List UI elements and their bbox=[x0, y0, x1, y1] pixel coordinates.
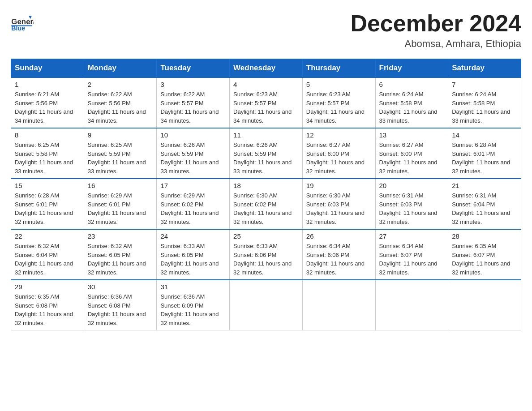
day-number: 9 bbox=[88, 131, 153, 139]
day-info: Sunrise: 6:22 AMSunset: 5:57 PMDaylight:… bbox=[160, 90, 226, 125]
day-number: 12 bbox=[306, 131, 372, 139]
calendar-day-cell: 28Sunrise: 6:35 AMSunset: 6:07 PMDayligh… bbox=[448, 229, 521, 280]
sunrise-text: Sunrise: 6:22 AM bbox=[160, 90, 226, 99]
sunset-text: Sunset: 6:04 PM bbox=[452, 200, 517, 209]
day-number: 4 bbox=[233, 81, 299, 88]
calendar-week-row: 8Sunrise: 6:25 AMSunset: 5:58 PMDaylight… bbox=[11, 128, 521, 179]
weekday-header-monday: Monday bbox=[84, 59, 157, 78]
sunset-text: Sunset: 6:02 PM bbox=[233, 200, 299, 209]
calendar-week-row: 1Sunrise: 6:21 AMSunset: 5:56 PMDaylight… bbox=[11, 77, 521, 128]
day-number: 22 bbox=[15, 232, 80, 240]
sunrise-text: Sunrise: 6:31 AM bbox=[379, 191, 445, 200]
daylight-wrap: Daylight: 11 hours and 32 minutes. bbox=[452, 259, 517, 277]
daylight-wrap: Daylight: 11 hours and 32 minutes. bbox=[233, 209, 299, 226]
day-number: 20 bbox=[379, 182, 445, 189]
daylight-wrap: Daylight: 11 hours and 32 minutes. bbox=[88, 209, 153, 226]
day-info: Sunrise: 6:36 AMSunset: 6:08 PMDaylight:… bbox=[88, 292, 153, 327]
day-number: 11 bbox=[233, 131, 299, 139]
sunset-text: Sunset: 5:58 PM bbox=[15, 150, 80, 158]
daylight-wrap: Daylight: 11 hours and 33 minutes. bbox=[88, 158, 153, 176]
calendar-week-row: 22Sunrise: 6:32 AMSunset: 6:04 PMDayligh… bbox=[11, 229, 521, 280]
day-info: Sunrise: 6:34 AMSunset: 6:07 PMDaylight:… bbox=[379, 242, 445, 277]
daylight-wrap: Daylight: 11 hours and 32 minutes. bbox=[452, 209, 517, 226]
sunset-text: Sunset: 6:07 PM bbox=[452, 251, 517, 260]
sunrise-text: Sunrise: 6:33 AM bbox=[160, 242, 226, 251]
sunset-text: Sunset: 5:58 PM bbox=[452, 99, 517, 108]
sunset-text: Sunset: 6:05 PM bbox=[88, 251, 153, 260]
day-info: Sunrise: 6:35 AMSunset: 6:08 PMDaylight:… bbox=[15, 292, 80, 327]
logo-icon: General Blue bbox=[11, 11, 34, 34]
day-number: 24 bbox=[160, 232, 226, 240]
day-number: 5 bbox=[306, 81, 372, 88]
calendar-day-cell: 12Sunrise: 6:27 AMSunset: 6:00 PMDayligh… bbox=[302, 128, 375, 179]
weekday-header-wednesday: Wednesday bbox=[230, 59, 303, 78]
sunrise-text: Sunrise: 6:32 AM bbox=[88, 242, 153, 251]
day-number: 18 bbox=[233, 182, 299, 189]
sunset-text: Sunset: 5:57 PM bbox=[306, 99, 372, 108]
day-info: Sunrise: 6:23 AMSunset: 5:57 PMDaylight:… bbox=[306, 90, 372, 125]
calendar-day-cell: 25Sunrise: 6:33 AMSunset: 6:06 PMDayligh… bbox=[230, 229, 303, 280]
day-info: Sunrise: 6:30 AMSunset: 6:03 PMDaylight:… bbox=[306, 191, 372, 226]
daylight-wrap: Daylight: 11 hours and 32 minutes. bbox=[379, 158, 445, 176]
daylight-wrap: Daylight: 11 hours and 33 minutes. bbox=[379, 107, 445, 125]
sunrise-text: Sunrise: 6:34 AM bbox=[306, 242, 372, 251]
sunrise-text: Sunrise: 6:21 AM bbox=[15, 90, 80, 99]
sunset-text: Sunset: 6:00 PM bbox=[306, 150, 372, 158]
calendar-day-cell: 3Sunrise: 6:22 AMSunset: 5:57 PMDaylight… bbox=[157, 77, 230, 128]
sunrise-text: Sunrise: 6:30 AM bbox=[233, 191, 299, 200]
sunrise-text: Sunrise: 6:25 AM bbox=[88, 141, 153, 150]
sunrise-text: Sunrise: 6:29 AM bbox=[160, 191, 226, 200]
daylight-wrap: Daylight: 11 hours and 33 minutes. bbox=[15, 158, 80, 176]
daylight-wrap: Daylight: 11 hours and 32 minutes. bbox=[88, 310, 153, 327]
calendar-day-cell bbox=[302, 280, 375, 330]
day-info: Sunrise: 6:25 AMSunset: 5:58 PMDaylight:… bbox=[15, 141, 80, 176]
day-info: Sunrise: 6:24 AMSunset: 5:58 PMDaylight:… bbox=[379, 90, 445, 125]
sunrise-text: Sunrise: 6:31 AM bbox=[452, 191, 517, 200]
daylight-wrap: Daylight: 11 hours and 32 minutes. bbox=[15, 259, 80, 277]
sunset-text: Sunset: 5:58 PM bbox=[379, 99, 445, 108]
sunrise-text: Sunrise: 6:28 AM bbox=[15, 191, 80, 200]
day-info: Sunrise: 6:29 AMSunset: 6:02 PMDaylight:… bbox=[160, 191, 226, 226]
day-info: Sunrise: 6:27 AMSunset: 6:00 PMDaylight:… bbox=[379, 141, 445, 176]
day-number: 2 bbox=[88, 81, 153, 88]
day-number: 25 bbox=[233, 232, 299, 240]
sunset-text: Sunset: 6:06 PM bbox=[306, 251, 372, 260]
day-number: 29 bbox=[15, 283, 80, 291]
weekday-header-friday: Friday bbox=[375, 59, 448, 78]
location-subtitle: Abomsa, Amhara, Ethiopia bbox=[350, 38, 521, 50]
daylight-wrap: Daylight: 11 hours and 33 minutes. bbox=[233, 158, 299, 176]
daylight-wrap: Daylight: 11 hours and 32 minutes. bbox=[160, 310, 226, 327]
sunrise-text: Sunrise: 6:35 AM bbox=[452, 242, 517, 251]
day-info: Sunrise: 6:31 AMSunset: 6:03 PMDaylight:… bbox=[379, 191, 445, 226]
calendar-day-cell: 31Sunrise: 6:36 AMSunset: 6:09 PMDayligh… bbox=[157, 280, 230, 330]
sunset-text: Sunset: 5:56 PM bbox=[88, 99, 153, 108]
calendar-day-cell: 13Sunrise: 6:27 AMSunset: 6:00 PMDayligh… bbox=[375, 128, 448, 179]
sunrise-text: Sunrise: 6:29 AM bbox=[88, 191, 153, 200]
day-info: Sunrise: 6:34 AMSunset: 6:06 PMDaylight:… bbox=[306, 242, 372, 277]
calendar-day-cell: 29Sunrise: 6:35 AMSunset: 6:08 PMDayligh… bbox=[11, 280, 84, 330]
calendar-day-cell: 19Sunrise: 6:30 AMSunset: 6:03 PMDayligh… bbox=[302, 179, 375, 229]
sunrise-text: Sunrise: 6:24 AM bbox=[379, 90, 445, 99]
day-info: Sunrise: 6:25 AMSunset: 5:59 PMDaylight:… bbox=[88, 141, 153, 176]
sunset-text: Sunset: 6:02 PM bbox=[160, 200, 226, 209]
daylight-wrap: Daylight: 11 hours and 32 minutes. bbox=[306, 158, 372, 176]
calendar-day-cell: 9Sunrise: 6:25 AMSunset: 5:59 PMDaylight… bbox=[84, 128, 157, 179]
calendar-day-cell: 20Sunrise: 6:31 AMSunset: 6:03 PMDayligh… bbox=[375, 179, 448, 229]
day-info: Sunrise: 6:32 AMSunset: 6:04 PMDaylight:… bbox=[15, 242, 80, 277]
day-info: Sunrise: 6:26 AMSunset: 5:59 PMDaylight:… bbox=[233, 141, 299, 176]
day-number: 10 bbox=[160, 131, 226, 139]
day-number: 23 bbox=[88, 232, 153, 240]
day-number: 26 bbox=[306, 232, 372, 240]
daylight-wrap: Daylight: 11 hours and 32 minutes. bbox=[160, 209, 226, 226]
calendar-day-cell: 6Sunrise: 6:24 AMSunset: 5:58 PMDaylight… bbox=[375, 77, 448, 128]
calendar-table: SundayMondayTuesdayWednesdayThursdayFrid… bbox=[11, 59, 521, 330]
sunrise-text: Sunrise: 6:28 AM bbox=[452, 141, 517, 150]
svg-text:Blue: Blue bbox=[11, 25, 25, 32]
day-number: 1 bbox=[15, 81, 80, 88]
day-info: Sunrise: 6:24 AMSunset: 5:58 PMDaylight:… bbox=[452, 90, 517, 125]
sunrise-text: Sunrise: 6:23 AM bbox=[306, 90, 372, 99]
calendar-day-cell: 2Sunrise: 6:22 AMSunset: 5:56 PMDaylight… bbox=[84, 77, 157, 128]
daylight-wrap: Daylight: 11 hours and 32 minutes. bbox=[15, 209, 80, 226]
day-number: 27 bbox=[379, 232, 445, 240]
sunrise-text: Sunrise: 6:25 AM bbox=[15, 141, 80, 150]
